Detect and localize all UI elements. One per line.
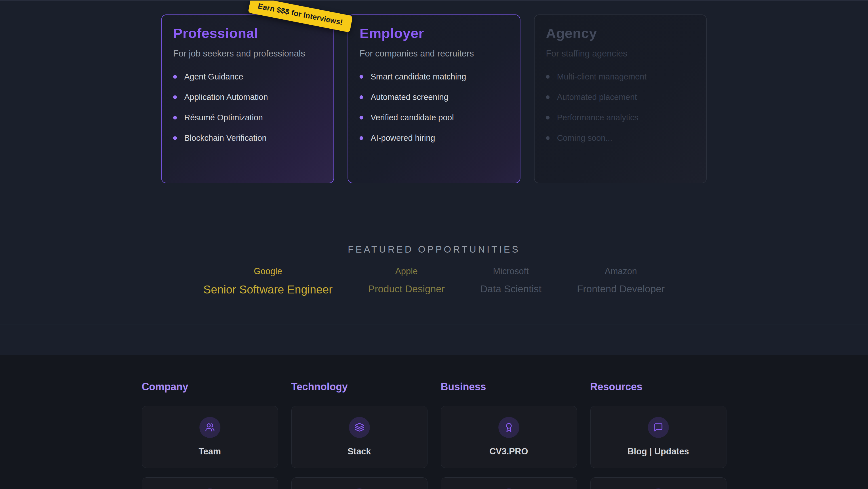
layers-icon (354, 423, 364, 432)
featured-opportunities-section: FEATURED OPPORTUNITIES Google Senior Sof… (0, 212, 868, 324)
users-icon (205, 423, 215, 432)
plan-feature-label: Multi-client management (557, 73, 647, 81)
footer-card-blog[interactable]: Blog | Updates (590, 406, 726, 468)
plan-feature-label: Blockchain Verification (184, 134, 267, 142)
icon-circle (648, 417, 669, 438)
plan-feature: AI-powered hiring (360, 134, 508, 142)
job-item-google[interactable]: Google Senior Software Engineer (204, 266, 333, 296)
plan-feature-label: AI-powered hiring (371, 134, 435, 142)
featured-title: FEATURED OPPORTUNITIES (0, 212, 868, 255)
job-item-apple[interactable]: Apple Product Designer (368, 266, 445, 295)
footer-card-team[interactable]: Team (142, 406, 278, 468)
footer-card-partial[interactable] (441, 477, 577, 489)
job-item-amazon[interactable]: Amazon Frontend Developer (577, 266, 664, 295)
plan-feature: Smart candidate matching (360, 73, 508, 81)
plan-card-agency: Agency For staffing agencies Multi-clien… (534, 15, 707, 183)
plan-subtitle: For job seekers and professionals (173, 49, 322, 59)
plans-section: Earn $$$ for Interviews! Professional Fo… (0, 0, 868, 212)
footer-card-stack[interactable]: Stack (291, 406, 428, 468)
footer-grid: Company Team Technology (142, 355, 726, 489)
plan-title-agency: Agency (546, 25, 695, 41)
bullet-dot-icon (546, 136, 550, 140)
plan-feature-list: Multi-client management Automated placem… (546, 73, 695, 142)
plan-feature: Verified candidate pool (360, 113, 508, 122)
job-role: Senior Software Engineer (204, 283, 333, 296)
left-edge-line (0, 0, 0, 489)
plan-feature: Résumé Optimization (173, 113, 322, 122)
plan-feature-label: Résumé Optimization (184, 113, 263, 122)
plan-feature-label: Automated screening (371, 93, 448, 101)
job-role: Data Scientist (480, 283, 541, 295)
plan-subtitle: For companies and recruiters (360, 49, 508, 59)
footer-card-partial[interactable] (590, 477, 726, 489)
footer-header-technology: Technology (291, 381, 428, 393)
plan-feature-label: Verified candidate pool (371, 113, 454, 122)
bullet-dot-icon (173, 116, 177, 119)
job-role: Product Designer (368, 283, 445, 295)
footer-card-cv3pro[interactable]: CV3.PRO (441, 406, 577, 468)
plan-feature-label: Application Automation (184, 93, 268, 101)
plan-feature-label: Agent Guidance (184, 73, 243, 81)
footer-header-business: Business (441, 381, 577, 393)
plan-feature-list: Agent Guidance Application Automation Ré… (173, 73, 322, 142)
plan-feature: Automated placement (546, 93, 695, 101)
footer-column-technology: Technology Stack (291, 381, 428, 489)
plan-feature-label: Smart candidate matching (371, 73, 466, 81)
plan-title-professional: Professional (173, 25, 322, 41)
bullet-dot-icon (173, 75, 177, 79)
plan-feature: Performance analytics (546, 113, 695, 122)
message-square-icon (654, 423, 663, 432)
icon-circle (199, 417, 220, 438)
bullet-dot-icon (360, 136, 363, 140)
bullet-dot-icon (360, 116, 363, 119)
jobs-carousel: Google Senior Software Engineer Apple Pr… (0, 266, 868, 296)
footer-card-partial[interactable] (291, 477, 428, 489)
bullet-dot-icon (360, 75, 363, 79)
plan-feature: Automated screening (360, 93, 508, 101)
footer-section: Company Team Technology (0, 355, 868, 489)
plan-subtitle: For staffing agencies (546, 49, 695, 59)
bullet-dot-icon (360, 95, 363, 99)
top-divider (0, 0, 868, 1)
footer-column-company: Company Team (142, 381, 278, 489)
bullet-dot-icon (546, 116, 550, 119)
job-company: Microsoft (480, 266, 541, 277)
plan-feature-label: Automated placement (557, 93, 637, 101)
bullet-dot-icon (546, 75, 550, 79)
plan-feature: Multi-client management (546, 73, 695, 81)
plan-title-employer: Employer (360, 25, 508, 41)
job-company: Amazon (577, 266, 664, 277)
plan-card-professional[interactable]: Earn $$$ for Interviews! Professional Fo… (161, 15, 334, 183)
footer-card-label: CV3.PRO (489, 447, 528, 457)
footer-card-label: Blog | Updates (627, 447, 689, 457)
job-role: Frontend Developer (577, 283, 664, 295)
plan-feature-list: Smart candidate matching Automated scree… (360, 73, 508, 142)
footer-column-resources: Resources Blog | Updates (590, 381, 726, 489)
footer-column-business: Business CV3.PRO (441, 381, 577, 489)
footer-card-label: Stack (347, 447, 371, 457)
bullet-dot-icon (546, 95, 550, 99)
plan-feature: Coming soon... (546, 134, 695, 142)
plan-feature-label: Coming soon... (557, 134, 613, 142)
footer-card-partial[interactable] (142, 477, 278, 489)
footer-header-resources: Resources (590, 381, 726, 393)
plans-row: Earn $$$ for Interviews! Professional Fo… (161, 15, 707, 183)
plan-feature-label: Performance analytics (557, 113, 639, 122)
job-item-microsoft[interactable]: Microsoft Data Scientist (480, 266, 541, 295)
plan-feature: Blockchain Verification (173, 134, 322, 142)
job-company: Google (204, 266, 333, 277)
footer-card-label: Team (198, 447, 221, 457)
job-company: Apple (368, 266, 445, 277)
plan-feature: Agent Guidance (173, 73, 322, 81)
award-icon (504, 423, 514, 432)
bullet-dot-icon (173, 136, 177, 140)
plan-card-employer[interactable]: Employer For companies and recruiters Sm… (348, 15, 521, 183)
icon-circle (498, 417, 519, 438)
plan-feature: Application Automation (173, 93, 322, 101)
footer-header-company: Company (142, 381, 278, 393)
icon-circle (349, 417, 370, 438)
bullet-dot-icon (173, 95, 177, 99)
